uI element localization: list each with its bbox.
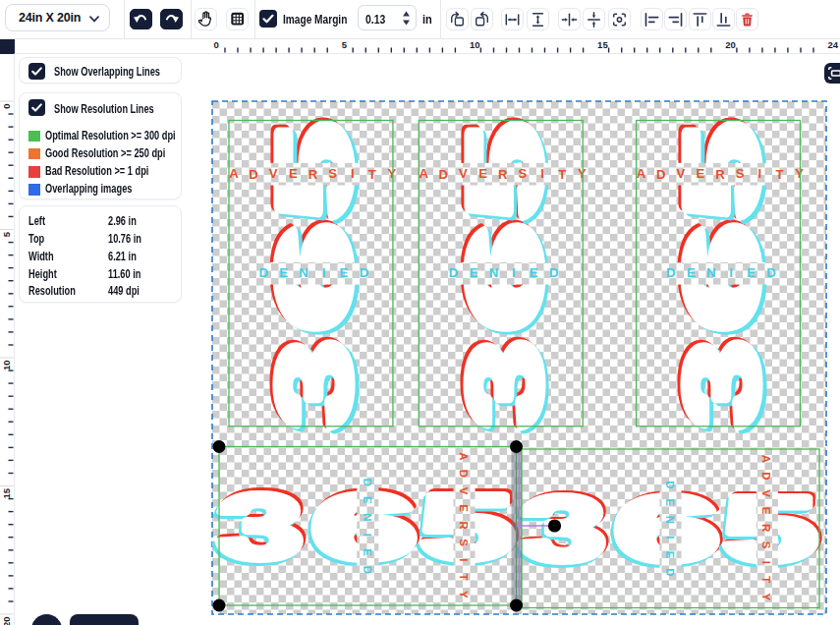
svg-text:0: 0 (1, 104, 12, 109)
svg-text:5: 5 (1, 231, 12, 237)
svg-text:15: 15 (597, 39, 608, 50)
svg-text:10: 10 (470, 39, 480, 50)
svg-text:0: 0 (214, 39, 219, 50)
svg-text:10: 10 (1, 361, 12, 371)
svg-text:20: 20 (1, 617, 12, 625)
svg-text:20: 20 (725, 39, 736, 50)
svg-text:24: 24 (828, 39, 839, 50)
svg-text:5: 5 (342, 39, 348, 50)
svg-text:15: 15 (1, 487, 12, 498)
